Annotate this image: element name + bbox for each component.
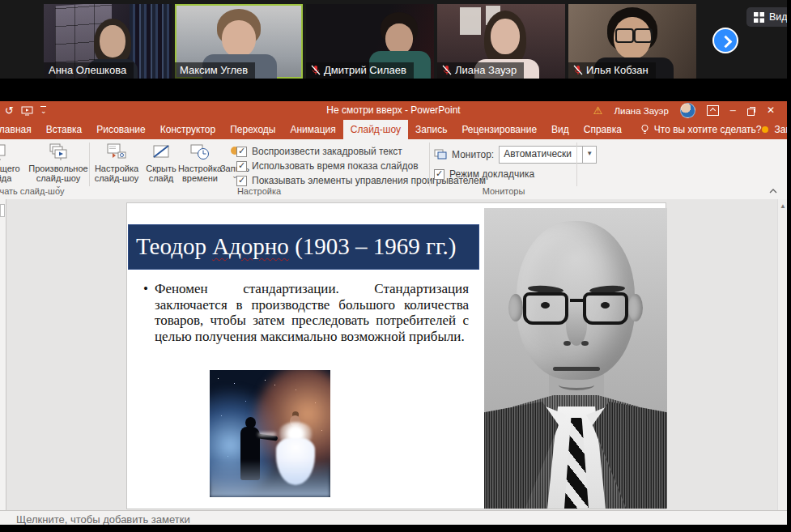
slide-title-part3: (1903 – 1969 гг.): [289, 233, 457, 259]
setup-slideshow-label: Настройка слайд-шоу: [92, 164, 141, 183]
custom-slideshow-icon: [48, 141, 69, 164]
ribbon-display-options-icon[interactable]: [707, 105, 719, 116]
restore-button[interactable]: [747, 107, 755, 115]
collapsed-thumbnail-pane[interactable]: [0, 199, 6, 510]
use-timings-label: Использовать время показа слайдов: [252, 160, 419, 172]
rehearse-timings-label: Настройка времени: [178, 164, 222, 183]
tab-glavnaya[interactable]: Главная: [0, 120, 39, 139]
pane-handle[interactable]: [0, 204, 5, 217]
group-label-setup: Настройка: [89, 186, 429, 196]
portrait-glasses-bridge: [570, 299, 583, 302]
slide-title-part2-spellcheck: Адорно: [212, 233, 289, 259]
checkbox-checked[interactable]: [236, 147, 247, 157]
from-current-slide-icon: [0, 141, 7, 164]
dropdown-arrow-icon[interactable]: ▼: [582, 147, 596, 163]
next-participants-button[interactable]: [712, 28, 738, 53]
checkbox-checked[interactable]: [236, 176, 247, 186]
group-label-start-slideshow: Начать слайд-шоу: [0, 186, 89, 196]
video-tile-anna[interactable]: Анна Олешкова: [44, 4, 172, 79]
hide-slide-button[interactable]: Скрыть слайд: [142, 141, 180, 191]
account-name[interactable]: Лиана Зауэр: [614, 106, 668, 116]
concert-image[interactable]: [210, 370, 330, 497]
tab-vstavka[interactable]: Вставка: [39, 120, 90, 139]
monitor-dropdown-value: Автоматически: [500, 147, 582, 163]
slide-canvas[interactable]: Теодор Адорно (1903 – 1969 гг.) Феномен …: [126, 202, 666, 509]
participant-name-badge: Илья Кобзан: [568, 62, 656, 79]
tab-zapis[interactable]: Запись: [408, 120, 454, 139]
tell-me-label: Что вы хотите сделать?: [654, 124, 762, 135]
participant-name-badge: Анна Олешкова: [44, 62, 134, 79]
minimize-button[interactable]: [730, 101, 736, 120]
lightbulb-icon: [640, 124, 649, 135]
portrait-ear: [508, 294, 523, 321]
scroll-up-icon[interactable]: ▲: [778, 201, 787, 211]
play-narrations-checkbox[interactable]: Воспроизвести закадровый текст: [236, 146, 402, 157]
use-timings-checkbox[interactable]: Использовать время показа слайдов: [236, 160, 419, 172]
slide-title[interactable]: Теодор Адорно (1903 – 1969 гг.): [128, 224, 479, 270]
ribbon-tabs: Главная Вставка Рисование Конструктор Пе…: [0, 120, 629, 139]
portrait-glasses-lens: [583, 292, 628, 325]
participant-name-badge: Максим Углев: [175, 62, 255, 79]
participant-video-strip: Анна Олешкова Максим Углев Дмитрий Силае…: [0, 0, 791, 79]
group-label-monitors: Мониторы: [431, 186, 576, 196]
close-button[interactable]: [767, 101, 775, 120]
checkbox-checked[interactable]: [434, 169, 444, 180]
portrait-chin: [559, 380, 594, 390]
tab-konstruktor[interactable]: Конструктор: [153, 120, 223, 139]
custom-slideshow-button[interactable]: Произвольное слайд-шоу: [28, 141, 89, 191]
tab-vid[interactable]: Вид: [544, 120, 576, 139]
monitor-selector-row: Монитор: Автоматически ▼: [434, 146, 597, 164]
presenter-view-checkbox[interactable]: Режим докладчика: [434, 168, 534, 180]
video-tile-dmitry[interactable]: Дмитрий Силаев: [306, 4, 434, 79]
glasses: [634, 28, 653, 43]
muted-mic-icon: [573, 65, 583, 75]
hide-slide-label: Скрыть слайд: [142, 164, 180, 183]
group-separator: [89, 143, 90, 186]
recordings-button[interactable]: Записи: [775, 124, 787, 135]
tabbar-right-actions: Записи Поделиться: [762, 120, 787, 139]
tab-slideshow-active[interactable]: Слайд-шоу: [343, 120, 408, 139]
tab-retsenzirovanie[interactable]: Рецензирование: [454, 120, 544, 139]
account-avatar[interactable]: [680, 103, 695, 118]
slide-editing-area: Теодор Адорно (1903 – 1969 гг.) Феномен …: [0, 199, 787, 510]
setup-slideshow-icon: [106, 141, 127, 164]
portrait-ear: [628, 294, 643, 321]
tell-me-search[interactable]: Что вы хотите сделать?: [640, 120, 762, 139]
view-button-label: Вид: [769, 11, 788, 23]
rehearse-timings-button[interactable]: Настройка времени: [180, 141, 220, 191]
slide-title-part1: Теодор: [136, 233, 212, 259]
portrait-mouth: [553, 367, 600, 371]
collapse-ribbon-button[interactable]: [768, 185, 779, 194]
video-tile-maksim[interactable]: Максим Углев: [175, 4, 303, 79]
ribbon-slideshow: С текущего слайда Произвольное слайд-шоу…: [0, 139, 787, 200]
group-separator: [576, 143, 577, 186]
vertical-scrollbar[interactable]: ▲: [777, 199, 787, 510]
tab-spravka[interactable]: Справка: [576, 120, 629, 139]
play-narrations-label: Воспроизвести закадровый текст: [252, 146, 402, 157]
zoom-meeting-screen: Анна Олешкова Максим Углев Дмитрий Силае…: [0, 0, 791, 532]
slide-body-text[interactable]: Феномен стандартизации. Стандартизация з…: [142, 281, 469, 344]
participant-name-badge: Лиана Зауэр: [437, 62, 524, 79]
participant-name: Илья Кобзан: [586, 64, 649, 76]
monitor-icon: [434, 149, 447, 160]
view-button[interactable]: Вид: [746, 7, 791, 27]
video-tile-liana[interactable]: Лиана Зауэр: [437, 4, 565, 79]
monitor-label: Монитор:: [452, 149, 494, 160]
titlebar-right-controls: ⚠ Лиана Зауэр: [593, 101, 775, 120]
powerpoint-window: ↺ ⌄ Не смотри вверх - PowerPoint ⚠ Лиана…: [0, 101, 787, 525]
setup-slideshow-button[interactable]: Настройка слайд-шоу: [92, 141, 141, 191]
portrait-eye: [601, 302, 610, 309]
notes-pane[interactable]: Щелкните, чтобы добавить заметки: [0, 510, 787, 525]
gallery-view-icon: [754, 12, 764, 23]
participant-name: Дмитрий Силаев: [324, 64, 406, 76]
bullet-text: Феномен стандартизации. Стандартизация з…: [142, 281, 469, 344]
checkbox-checked[interactable]: [236, 161, 247, 172]
from-current-slide-button[interactable]: С текущего слайда: [0, 141, 26, 191]
tab-perekhody[interactable]: Переходы: [223, 120, 283, 139]
adorno-portrait-photo[interactable]: [484, 208, 667, 509]
monitor-dropdown[interactable]: Автоматически ▼: [499, 146, 597, 164]
tab-risovanie[interactable]: Рисование: [89, 120, 152, 139]
tab-animatsiya[interactable]: Анимация: [283, 120, 342, 139]
warning-icon[interactable]: ⚠: [593, 105, 603, 116]
video-tile-ilya[interactable]: Илья Кобзан: [568, 4, 696, 79]
